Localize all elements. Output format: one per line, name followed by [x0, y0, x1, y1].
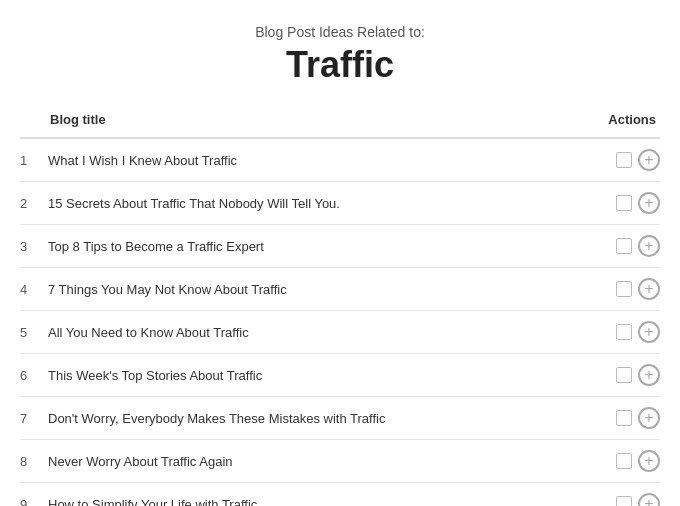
row-blog-title: This Week's Top Stories About Traffic	[48, 368, 616, 383]
row-checkbox[interactable]	[616, 453, 632, 469]
add-to-list-icon[interactable]	[638, 364, 660, 386]
add-to-list-icon[interactable]	[638, 149, 660, 171]
row-checkbox[interactable]	[616, 367, 632, 383]
blog-ideas-table: Blog title Actions 1 What I Wish I Knew …	[0, 102, 680, 506]
add-to-list-icon[interactable]	[638, 321, 660, 343]
row-actions	[616, 235, 660, 257]
table-row: 8 Never Worry About Traffic Again	[20, 440, 660, 483]
row-actions	[616, 192, 660, 214]
row-blog-title: What I Wish I Knew About Traffic	[48, 153, 616, 168]
row-number: 2	[20, 196, 48, 211]
row-checkbox[interactable]	[616, 281, 632, 297]
table-row: 4 7 Things You May Not Know About Traffi…	[20, 268, 660, 311]
row-actions	[616, 364, 660, 386]
add-to-list-icon[interactable]	[638, 278, 660, 300]
add-to-list-icon[interactable]	[638, 493, 660, 506]
column-header-title: Blog title	[50, 112, 106, 127]
table-row: 1 What I Wish I Knew About Traffic	[20, 139, 660, 182]
add-to-list-icon[interactable]	[638, 450, 660, 472]
table-row: 3 Top 8 Tips to Become a Traffic Expert	[20, 225, 660, 268]
row-actions	[616, 149, 660, 171]
row-checkbox[interactable]	[616, 410, 632, 426]
row-number: 7	[20, 411, 48, 426]
page-header: Blog Post Ideas Related to: Traffic	[0, 0, 680, 102]
row-blog-title: 15 Secrets About Traffic That Nobody Wil…	[48, 196, 616, 211]
row-number: 4	[20, 282, 48, 297]
row-actions	[616, 493, 660, 506]
header-subtitle: Blog Post Ideas Related to:	[20, 24, 660, 40]
header-title: Traffic	[20, 44, 660, 86]
row-checkbox[interactable]	[616, 496, 632, 506]
row-actions	[616, 450, 660, 472]
row-blog-title: All You Need to Know About Traffic	[48, 325, 616, 340]
row-number: 6	[20, 368, 48, 383]
row-number: 9	[20, 497, 48, 507]
row-checkbox[interactable]	[616, 195, 632, 211]
row-number: 8	[20, 454, 48, 469]
add-to-list-icon[interactable]	[638, 192, 660, 214]
row-blog-title: Never Worry About Traffic Again	[48, 454, 616, 469]
row-blog-title: How to Simplify Your Life with Traffic	[48, 497, 616, 507]
row-checkbox[interactable]	[616, 324, 632, 340]
row-blog-title: 7 Things You May Not Know About Traffic	[48, 282, 616, 297]
row-checkbox[interactable]	[616, 238, 632, 254]
table-row: 9 How to Simplify Your Life with Traffic	[20, 483, 660, 506]
row-number: 5	[20, 325, 48, 340]
column-header-actions: Actions	[608, 112, 656, 127]
row-number: 1	[20, 153, 48, 168]
table-row: 2 15 Secrets About Traffic That Nobody W…	[20, 182, 660, 225]
row-actions	[616, 278, 660, 300]
row-blog-title: Don't Worry, Everybody Makes These Mista…	[48, 411, 616, 426]
row-number: 3	[20, 239, 48, 254]
row-actions	[616, 407, 660, 429]
table-row: 6 This Week's Top Stories About Traffic	[20, 354, 660, 397]
table-header-row: Blog title Actions	[20, 102, 660, 139]
row-checkbox[interactable]	[616, 152, 632, 168]
table-body: 1 What I Wish I Knew About Traffic 2 15 …	[20, 139, 660, 506]
row-blog-title: Top 8 Tips to Become a Traffic Expert	[48, 239, 616, 254]
table-row: 5 All You Need to Know About Traffic	[20, 311, 660, 354]
table-row: 7 Don't Worry, Everybody Makes These Mis…	[20, 397, 660, 440]
row-actions	[616, 321, 660, 343]
add-to-list-icon[interactable]	[638, 407, 660, 429]
add-to-list-icon[interactable]	[638, 235, 660, 257]
